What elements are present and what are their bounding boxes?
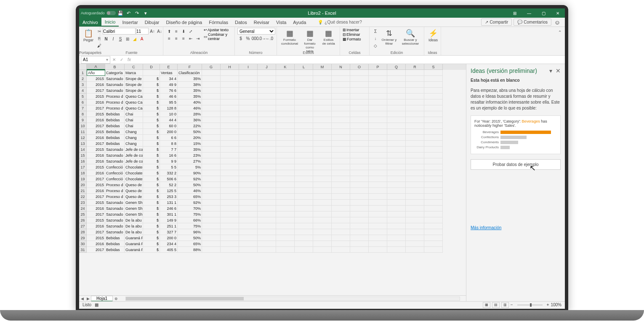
cell[interactable] (276, 147, 295, 152)
cell[interactable] (387, 223, 406, 229)
cell[interactable]: 2016 (87, 158, 105, 164)
cell[interactable]: Sirope de (125, 76, 143, 82)
delete-cells-button[interactable]: ⊟Eliminar (343, 32, 360, 37)
column-header-G[interactable]: G (202, 64, 221, 70)
cell[interactable]: $ (143, 99, 160, 105)
cell[interactable] (295, 194, 313, 200)
cell[interactable] (369, 164, 387, 170)
cell[interactable] (369, 241, 387, 247)
cell[interactable] (387, 141, 406, 147)
cell[interactable]: 2015 (87, 164, 105, 170)
cell[interactable]: 35% (178, 76, 202, 82)
column-header-Q[interactable]: Q (387, 64, 406, 70)
cell[interactable]: Bebidas (105, 129, 125, 135)
cell[interactable]: Año (87, 70, 105, 76)
cell[interactable]: 34 4 (160, 76, 178, 82)
cell[interactable] (258, 229, 276, 235)
cell[interactable]: 75% (178, 211, 202, 217)
cell[interactable] (369, 117, 387, 123)
cell[interactable] (350, 206, 369, 211)
cell[interactable] (350, 76, 369, 82)
cell[interactable] (387, 176, 406, 182)
cell[interactable] (350, 223, 369, 229)
cell[interactable]: Confecció (105, 164, 125, 170)
italic-button[interactable]: I (110, 35, 117, 42)
cell[interactable]: 88% (178, 247, 202, 253)
cell[interactable] (313, 70, 332, 76)
cell[interactable] (332, 105, 350, 111)
cell[interactable] (276, 217, 295, 223)
column-header-O[interactable]: O (350, 64, 369, 70)
cell[interactable]: Sazonado (105, 223, 125, 229)
cell[interactable] (387, 105, 406, 111)
cell[interactable]: $ (143, 194, 160, 200)
row-header[interactable]: 15 (79, 152, 87, 158)
cell[interactable]: $ (143, 211, 160, 217)
cell[interactable] (332, 76, 350, 82)
percent-icon[interactable]: % (245, 35, 251, 42)
find-select-button[interactable]: 🔍Buscar y seleccionar (399, 28, 421, 46)
cell[interactable] (258, 182, 276, 188)
cell[interactable]: Sazonado (105, 88, 125, 94)
cell[interactable]: Bebidas (105, 135, 125, 141)
cell[interactable] (387, 182, 406, 188)
cell[interactable]: 2016 (87, 117, 105, 123)
cell[interactable] (369, 141, 387, 147)
cell[interactable]: 5 5 (160, 164, 178, 170)
cell[interactable] (424, 206, 443, 211)
cell[interactable]: Genen Sh (125, 206, 143, 211)
cell[interactable] (313, 141, 332, 147)
cell[interactable]: 23% (178, 152, 202, 158)
cell[interactable] (350, 164, 369, 170)
cell[interactable] (369, 135, 387, 141)
row-header[interactable]: 24 (79, 206, 87, 211)
name-box[interactable]: A1▾ (81, 56, 110, 64)
column-header-B[interactable]: B (105, 64, 125, 70)
cell[interactable] (387, 241, 406, 247)
page-layout-view-icon[interactable]: ▤ (492, 302, 500, 308)
cell[interactable] (406, 147, 424, 152)
comments-button[interactable]: 💬 Comentarios (514, 19, 551, 26)
cell[interactable]: 246 6 (160, 206, 178, 211)
menu-item-inicio[interactable]: Inicio (101, 18, 119, 27)
cell[interactable] (332, 223, 350, 229)
cell[interactable]: 49 9 (160, 82, 178, 88)
cell[interactable]: De la abu (125, 229, 143, 235)
cell[interactable]: Bebidas (105, 235, 125, 241)
try-sample-data-button[interactable]: Probar datos de ejemplo (471, 159, 561, 170)
redo-icon[interactable]: ↷ (133, 9, 141, 17)
cell[interactable] (239, 141, 258, 147)
cell[interactable]: 76 6 (160, 88, 178, 94)
menu-item-revisar[interactable]: Revisar (250, 18, 273, 27)
cell[interactable] (258, 129, 276, 135)
cell[interactable]: 2017 (87, 194, 105, 200)
accept-formula-icon[interactable]: ✓ (118, 56, 125, 64)
cell[interactable] (350, 247, 369, 253)
cell[interactable] (424, 235, 443, 241)
cell[interactable]: 2015 (87, 217, 105, 223)
cell[interactable]: 2016 (87, 152, 105, 158)
underline-button[interactable]: S (117, 35, 124, 42)
cell[interactable]: 96% (178, 229, 202, 235)
column-header-L[interactable]: L (295, 64, 313, 70)
cell[interactable] (369, 217, 387, 223)
cell[interactable] (313, 211, 332, 217)
cell[interactable]: $ (143, 200, 160, 206)
cell[interactable] (295, 99, 313, 105)
cell[interactable] (313, 223, 332, 229)
cell[interactable]: Guaraná F (125, 235, 143, 241)
cell[interactable] (332, 200, 350, 206)
cell[interactable] (406, 164, 424, 170)
cell[interactable]: Queso de (125, 194, 143, 200)
cell[interactable]: 50% (178, 235, 202, 241)
cell[interactable] (313, 99, 332, 105)
horizontal-scrollbar[interactable] (125, 297, 460, 301)
cell[interactable]: $ (143, 170, 160, 176)
cell[interactable]: 149 9 (160, 217, 178, 223)
cell[interactable] (202, 176, 221, 182)
cell[interactable] (406, 94, 424, 99)
cell[interactable] (332, 158, 350, 164)
cell[interactable] (239, 129, 258, 135)
cell[interactable] (202, 88, 221, 94)
cell[interactable]: 506 6 (160, 176, 178, 182)
